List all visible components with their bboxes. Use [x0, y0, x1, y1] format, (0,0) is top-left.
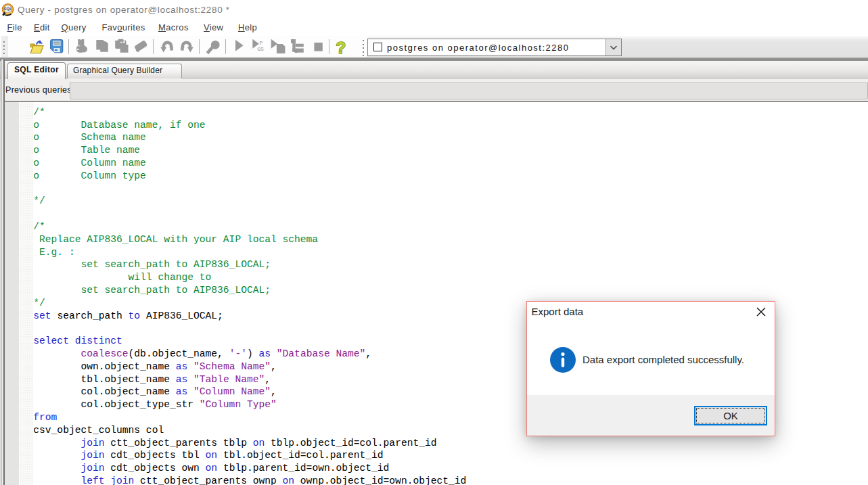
svg-text:GS: GS [257, 46, 264, 52]
svg-text:SQL: SQL [4, 7, 13, 11]
svg-text:?: ? [336, 39, 346, 57]
